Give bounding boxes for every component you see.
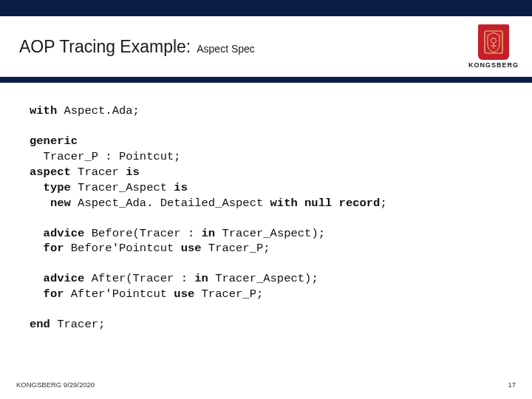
- svg-point-1: [491, 38, 496, 44]
- title-bar: AOP Tracing Example: Aspect Spec KONGSBE…: [0, 16, 532, 77]
- under-accent-bar: [0, 77, 532, 83]
- code-content: with Aspect.Ada; generic Tracer_P : Poin…: [0, 83, 532, 332]
- slide-title-main: AOP Tracing Example:: [19, 37, 191, 57]
- footer-left: KONGSBERG 9/29/2020: [16, 381, 95, 389]
- code-block: advice After(Tracer : in Tracer_Aspect);…: [30, 271, 508, 302]
- code-line: with Aspect.Ada;: [30, 103, 508, 119]
- brand-logo: KONGSBERG: [468, 24, 519, 69]
- code-line: end Tracer;: [30, 317, 508, 332]
- crest-icon: [478, 24, 509, 60]
- slide-footer: KONGSBERG 9/29/2020 17: [0, 381, 532, 389]
- top-accent-bar: [0, 0, 532, 16]
- slide-title-sub: Aspect Spec: [197, 43, 255, 55]
- slide: AOP Tracing Example: Aspect Spec KONGSBE…: [0, 0, 532, 399]
- footer-page-number: 17: [508, 381, 516, 389]
- brand-name: KONGSBERG: [468, 61, 519, 69]
- code-block: generic Tracer_P : Pointcut; aspect Trac…: [30, 134, 508, 211]
- code-block: advice Before(Tracer : in Tracer_Aspect)…: [30, 226, 508, 257]
- slide-heading: AOP Tracing Example: Aspect Spec: [19, 37, 255, 57]
